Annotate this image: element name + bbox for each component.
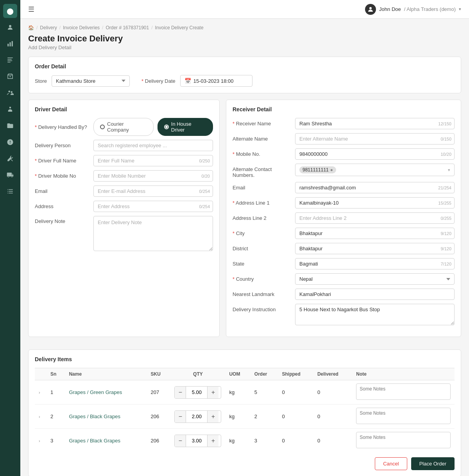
breadcrumb-delivery[interactable]: Delivery — [40, 25, 57, 30]
sidebar-icon-list[interactable] — [3, 184, 17, 198]
row-expand-icon[interactable]: › — [39, 414, 40, 419]
breadcrumb-order[interactable]: Order # 1678371901 — [106, 25, 149, 30]
sidebar-icon-delivery[interactable] — [3, 168, 17, 182]
row-qty: − + — [170, 429, 225, 453]
receiver-email-input[interactable] — [295, 182, 455, 193]
sidebar-icon-users[interactable] — [3, 86, 17, 100]
sidebar-icon-reports[interactable] — [3, 53, 17, 67]
delivery-date-container: 📅 — [180, 75, 252, 87]
chevron-down-icon[interactable]: ▾ — [459, 7, 461, 12]
item-name-link[interactable]: Grapes / Black Grapes — [69, 438, 120, 444]
district-row: District 9/120 — [233, 243, 455, 254]
col-qty: QTY — [170, 368, 225, 380]
city-input[interactable] — [295, 228, 455, 239]
svg-rect-7 — [7, 62, 11, 63]
store-select[interactable]: Kathmandu Store — [52, 75, 130, 87]
address2-input[interactable] — [295, 212, 455, 224]
row-expand-icon[interactable]: › — [39, 390, 40, 395]
qty-input[interactable] — [186, 411, 208, 423]
driver-address-input[interactable] — [93, 201, 213, 212]
sidebar-icon-folder[interactable] — [3, 119, 17, 133]
driver-name-input[interactable] — [93, 155, 213, 166]
col-delivered: Delivered — [313, 368, 352, 380]
sidebar-icon-person[interactable] — [3, 102, 17, 116]
place-order-button[interactable]: Place Order — [411, 457, 455, 470]
qty-increment-button[interactable]: + — [208, 411, 218, 423]
district-input[interactable] — [295, 243, 455, 254]
sidebar-icon-cart[interactable] — [3, 70, 17, 84]
instruction-row: Delivery Instruction 5 House Next to Nag… — [233, 304, 455, 326]
address2-input-wrap: 0/255 — [295, 212, 455, 224]
col-shipped: Shipped — [278, 368, 313, 380]
country-select[interactable]: Nepal — [295, 273, 455, 285]
alt-contact-label: Alternate Contact Numbers. — [233, 164, 295, 178]
inhouse-driver-option[interactable]: In House Driver — [158, 118, 213, 136]
sidebar-icon-dashboard[interactable]: ⬤ — [3, 4, 17, 18]
receiver-email-label: Email — [233, 182, 295, 191]
order-detail-card: Order Detail Store Kathmandu Store * Del… — [28, 57, 461, 93]
delivery-date-label: * Delivery Date — [141, 78, 175, 84]
sidebar-icon-profile[interactable] — [3, 20, 17, 34]
row-sku: 206 — [147, 429, 171, 453]
item-name-link[interactable]: Grapes / Black Grapes — [69, 414, 120, 419]
alt-contact-display[interactable]: 9811111111 ● ▾ — [295, 164, 455, 176]
row-expand-icon[interactable]: › — [39, 439, 40, 443]
qty-stepper: − + — [174, 386, 221, 399]
table-header-row: Sn Name SKU QTY UOM Order Shipped Delive… — [35, 368, 455, 380]
delivery-note-label: Delivery Note — [35, 216, 93, 224]
courier-company-option[interactable]: Courier Company — [93, 118, 154, 136]
delivery-date-item: * Delivery Date 📅 — [141, 75, 252, 87]
sidebar-icon-tools[interactable] — [3, 152, 17, 166]
note-input[interactable] — [356, 383, 451, 400]
sidebar-icon-analytics[interactable] — [3, 37, 17, 51]
receiver-name-input[interactable] — [295, 118, 455, 129]
note-input[interactable] — [356, 432, 451, 448]
svg-point-17 — [369, 7, 372, 9]
landmark-row: Nearest Landmark — [233, 289, 455, 300]
breadcrumb-home-icon[interactable]: 🏠 — [28, 25, 34, 30]
driver-mobile-input-wrap: 0/20 — [93, 170, 213, 182]
mobile-input[interactable] — [295, 148, 455, 160]
col-sku: SKU — [147, 368, 171, 380]
instruction-textarea[interactable]: 5 House Next to Nagarkot Bus Stop — [295, 304, 455, 325]
page-subtitle: Add Delivery Detail — [28, 45, 461, 50]
svg-point-0 — [9, 25, 11, 27]
qty-input[interactable] — [186, 435, 208, 447]
row-note — [352, 380, 455, 405]
qty-increment-button[interactable]: + — [208, 387, 218, 398]
mobile-input-wrap: 10/20 — [295, 148, 455, 160]
driver-mobile-input[interactable] — [93, 170, 213, 182]
address1-input[interactable] — [295, 197, 455, 209]
item-name-link[interactable]: Grapes / Green Grapes — [69, 389, 122, 395]
cancel-button[interactable]: Cancel — [375, 457, 407, 470]
alt-contact-remove[interactable]: ● — [330, 167, 333, 173]
row-sn: 2 — [47, 405, 65, 429]
note-input[interactable] — [356, 408, 451, 424]
qty-decrement-button[interactable]: − — [175, 411, 186, 423]
qty-increment-button[interactable]: + — [208, 435, 218, 447]
instruction-input-wrap: 5 House Next to Nagarkot Bus Stop — [295, 304, 455, 326]
delivery-person-input[interactable] — [93, 140, 213, 151]
breadcrumb-invoice-deliveries[interactable]: Invoice Deliveries — [63, 25, 100, 30]
driver-mobile-label: * Driver Mobile No — [35, 173, 93, 179]
driver-email-input[interactable] — [93, 185, 213, 197]
row-delivered: 0 — [313, 405, 352, 429]
svg-rect-13 — [7, 191, 8, 192]
address2-row: Address Line 2 0/255 — [233, 212, 455, 224]
delivery-date-input[interactable] — [193, 78, 248, 84]
delivery-note-textarea[interactable] — [93, 216, 213, 251]
receiver-email-row: Email 21/254 — [233, 182, 455, 193]
sidebar-icon-money[interactable] — [3, 135, 17, 149]
qty-input[interactable] — [186, 387, 208, 398]
svg-rect-6 — [7, 61, 12, 61]
hamburger-menu[interactable]: ☰ — [28, 5, 34, 14]
qty-decrement-button[interactable]: − — [175, 387, 186, 398]
landmark-input-wrap — [295, 289, 455, 300]
row-sn: 1 — [47, 380, 65, 405]
state-input[interactable] — [295, 258, 455, 269]
qty-decrement-button[interactable]: − — [175, 435, 186, 447]
landmark-input[interactable] — [295, 289, 455, 300]
row-sku: 207 — [147, 380, 171, 405]
row-shipped: 0 — [278, 405, 313, 429]
alternate-name-input[interactable] — [295, 133, 455, 144]
